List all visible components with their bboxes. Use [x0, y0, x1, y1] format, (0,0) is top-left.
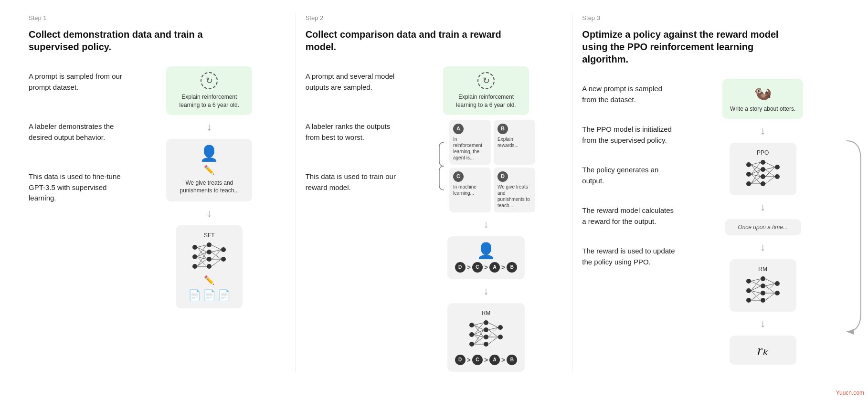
- step1-model-label: SFT: [204, 232, 215, 239]
- step3-content: A new prompt is sampled from the dataset…: [582, 79, 839, 372]
- person-icon: 👤: [200, 146, 219, 161]
- step3-label: Step 3: [582, 14, 839, 21]
- svg-point-28: [484, 320, 488, 325]
- ppo-loop-svg: [837, 136, 866, 337]
- neural-net-svg2: [467, 320, 505, 349]
- step1-desc1: A prompt is sampled from our prompt data…: [29, 71, 124, 93]
- neural-net-svg3: [744, 160, 782, 189]
- watermark: Yuucn.com: [836, 389, 864, 396]
- step1-labeler-text: We give treats and punishments to teach.…: [174, 179, 244, 195]
- svg-point-56: [761, 181, 765, 186]
- arrow5: ↓: [758, 124, 768, 138]
- step2-model-label: RM: [482, 310, 491, 316]
- svg-line-35: [474, 325, 484, 330]
- option-b: B Explain rewards...: [494, 120, 535, 165]
- svg-point-54: [761, 167, 765, 172]
- step1-labeler-box: 👤 ✏️ We give treats and punishments to t…: [166, 139, 252, 202]
- svg-point-2: [192, 264, 197, 269]
- option-c-label: C: [453, 171, 464, 182]
- ranking-row2: D > C > A > B: [455, 355, 518, 365]
- svg-point-32: [498, 325, 503, 330]
- rank-d2: D: [455, 355, 466, 365]
- rank-c: C: [472, 262, 483, 273]
- arrow7: ↓: [758, 240, 768, 254]
- svg-point-27: [469, 342, 474, 347]
- svg-point-55: [761, 174, 765, 179]
- rank-sep4: >: [467, 356, 471, 364]
- step3-column: Step 3 Optimize a policy against the rew…: [572, 14, 849, 372]
- step3-rm-box: RM: [730, 259, 796, 312]
- svg-line-87: [751, 286, 761, 291]
- doc-icon1: 📄: [188, 289, 201, 302]
- circular-arrow-icon: [201, 72, 218, 89]
- svg-line-44: [488, 323, 498, 327]
- options-grid: A In reinforcement learning, the agent i…: [449, 120, 535, 212]
- doc-icon2: 📄: [203, 289, 216, 302]
- svg-point-57: [775, 165, 780, 169]
- rank-a2: A: [489, 355, 500, 365]
- rank-c2: C: [472, 355, 483, 365]
- rank-b: B: [507, 262, 517, 273]
- main-container: Step 1 Collect demonstration data and tr…: [0, 0, 868, 386]
- svg-point-6: [207, 264, 212, 269]
- svg-point-8: [221, 257, 226, 262]
- step3-prompt-box: 🦦 Write a story about otters.: [722, 79, 803, 119]
- svg-line-85: [751, 281, 761, 286]
- step2-label: Step 2: [306, 14, 563, 21]
- option-d: D We give treats and punishments to teac…: [494, 168, 535, 212]
- option-a-text: In reinforcement learning, the agent is.…: [453, 137, 482, 160]
- svg-point-51: [746, 172, 751, 177]
- step1-model-box: SFT: [176, 225, 243, 308]
- edit-icon: ✏️: [204, 165, 214, 175]
- step1-diagram: Explain reinforcement learning to a 6 ye…: [133, 66, 286, 372]
- ranking-row: D > C > A > B: [455, 262, 518, 273]
- step2-column: Step 2 Collect comparison data and train…: [296, 14, 573, 372]
- option-a-label: A: [453, 124, 464, 134]
- step3-ppo-label: PPO: [757, 149, 769, 156]
- svg-point-58: [775, 174, 780, 179]
- svg-point-79: [761, 284, 765, 288]
- step1-prompt-box: Explain reinforcement learning to a 6 ye…: [166, 66, 252, 115]
- rank-sep1: >: [467, 263, 471, 271]
- step1-prompt-text: Explain reinforcement learning to a 6 ye…: [174, 93, 244, 109]
- step3-output-box: Once upon a time...: [725, 219, 801, 235]
- option-d-text: We give treats and punishments to teach.…: [498, 184, 530, 208]
- step1-title: Collect demonstration data and train a s…: [29, 28, 229, 53]
- step3-ppo-box: PPO: [730, 143, 796, 195]
- doc-icon3: 📄: [218, 289, 231, 302]
- step3-reward-value: rₖ: [757, 342, 768, 358]
- step3-desc3: The policy generates an output.: [582, 165, 677, 186]
- step1-column: Step 1 Collect demonstration data and tr…: [19, 14, 296, 372]
- step3-prompt-text: Write a story about otters.: [730, 105, 795, 113]
- arrow2: ↓: [204, 206, 214, 221]
- rank-a: A: [489, 262, 500, 273]
- svg-point-50: [746, 162, 751, 167]
- step3-desc4: The reward model calculates a reward for…: [582, 205, 677, 227]
- step2-content: A prompt and several model outputs are s…: [306, 66, 563, 372]
- rank-sep2: >: [484, 263, 488, 271]
- svg-line-42: [474, 337, 484, 344]
- svg-line-69: [765, 162, 775, 167]
- step2-text-col: A prompt and several model outputs are s…: [306, 66, 401, 372]
- step1-content: A prompt is sampled from our prompt data…: [29, 66, 286, 372]
- svg-point-4: [207, 250, 212, 254]
- option-c-text: In machine learning...: [453, 184, 476, 196]
- arrow6: ↓: [758, 200, 768, 214]
- svg-point-81: [761, 298, 765, 303]
- circular-arrow-icon2: [477, 72, 495, 89]
- step3-text-col: A new prompt is sampled from the dataset…: [582, 79, 677, 372]
- step3-desc2: The PPO model is initialized from the su…: [582, 124, 677, 146]
- step2-prompt-text: Explain reinforcement learning to a 6 ye…: [451, 93, 521, 109]
- svg-point-0: [192, 245, 197, 250]
- rank-sep3: >: [501, 263, 505, 271]
- rank-sep6: >: [501, 356, 505, 364]
- svg-line-74: [765, 177, 775, 184]
- svg-point-5: [207, 257, 212, 262]
- svg-line-71: [765, 169, 775, 177]
- option-b-label: B: [498, 124, 508, 134]
- step2-title: Collect comparison data and train a rewa…: [306, 28, 506, 53]
- rank-sep5: >: [484, 356, 488, 364]
- step3-desc5: The reward is used to update the policy …: [582, 246, 677, 267]
- arrow8: ↓: [758, 316, 768, 331]
- otter-icon: 🦦: [754, 84, 772, 101]
